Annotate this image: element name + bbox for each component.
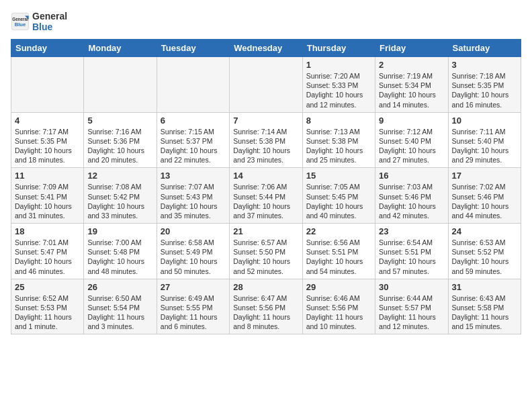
day-cell-28: 28Sunrise: 6:47 AM Sunset: 5:56 PM Dayli… [230, 279, 302, 334]
day-number: 26 [87, 282, 152, 292]
day-cell-16: 16Sunrise: 7:03 AM Sunset: 5:46 PM Dayli… [375, 168, 448, 224]
day-number: 28 [233, 282, 298, 292]
week-row-2: 4Sunrise: 7:17 AM Sunset: 5:35 PM Daylig… [11, 112, 521, 168]
day-number: 24 [452, 226, 517, 236]
logo: General Blue General Blue [11, 11, 67, 32]
day-detail: Sunrise: 6:47 AM Sunset: 5:56 PM Dayligh… [233, 294, 290, 331]
day-cell-3: 3Sunrise: 7:18 AM Sunset: 5:35 PM Daylig… [448, 57, 521, 113]
day-cell-17: 17Sunrise: 7:02 AM Sunset: 5:46 PM Dayli… [448, 168, 521, 224]
day-header-thursday: Thursday [302, 40, 375, 57]
day-number: 29 [306, 282, 371, 292]
day-detail: Sunrise: 7:00 AM Sunset: 5:48 PM Dayligh… [87, 238, 144, 275]
day-cell-20: 20Sunrise: 6:58 AM Sunset: 5:49 PM Dayli… [157, 224, 229, 279]
day-detail: Sunrise: 7:13 AM Sunset: 5:38 PM Dayligh… [306, 128, 363, 165]
day-cell-14: 14Sunrise: 7:06 AM Sunset: 5:44 PM Dayli… [230, 168, 302, 224]
day-number: 27 [161, 282, 226, 292]
day-detail: Sunrise: 7:19 AM Sunset: 5:34 PM Dayligh… [379, 72, 436, 109]
day-cell-1: 1Sunrise: 7:20 AM Sunset: 5:33 PM Daylig… [302, 57, 375, 113]
day-detail: Sunrise: 6:53 AM Sunset: 5:52 PM Dayligh… [452, 238, 509, 275]
day-number: 11 [15, 171, 80, 181]
day-header-wednesday: Wednesday [230, 40, 302, 57]
day-number: 23 [379, 226, 444, 236]
day-number: 12 [87, 171, 152, 181]
day-detail: Sunrise: 7:20 AM Sunset: 5:33 PM Dayligh… [306, 72, 363, 109]
empty-cell [157, 57, 229, 113]
day-number: 2 [379, 60, 444, 70]
logo-icon: General Blue [11, 12, 30, 31]
day-number: 31 [452, 282, 517, 292]
day-detail: Sunrise: 6:50 AM Sunset: 5:54 PM Dayligh… [87, 294, 144, 331]
week-row-1: 1Sunrise: 7:20 AM Sunset: 5:33 PM Daylig… [11, 57, 521, 113]
day-detail: Sunrise: 7:15 AM Sunset: 5:37 PM Dayligh… [161, 128, 218, 165]
day-number: 21 [233, 226, 298, 236]
day-cell-12: 12Sunrise: 7:08 AM Sunset: 5:42 PM Dayli… [84, 168, 157, 224]
day-detail: Sunrise: 6:58 AM Sunset: 5:49 PM Dayligh… [161, 238, 218, 275]
day-cell-27: 27Sunrise: 6:49 AM Sunset: 5:55 PM Dayli… [157, 279, 229, 334]
day-cell-8: 8Sunrise: 7:13 AM Sunset: 5:38 PM Daylig… [302, 112, 375, 168]
day-cell-4: 4Sunrise: 7:17 AM Sunset: 5:35 PM Daylig… [11, 112, 84, 168]
empty-cell [84, 57, 157, 113]
day-number: 4 [15, 116, 80, 126]
day-detail: Sunrise: 6:49 AM Sunset: 5:55 PM Dayligh… [161, 294, 218, 331]
day-header-saturday: Saturday [448, 40, 521, 57]
day-detail: Sunrise: 7:08 AM Sunset: 5:42 PM Dayligh… [87, 183, 144, 220]
svg-text:Blue: Blue [15, 21, 26, 28]
day-cell-25: 25Sunrise: 6:52 AM Sunset: 5:53 PM Dayli… [11, 279, 84, 334]
day-detail: Sunrise: 6:44 AM Sunset: 5:57 PM Dayligh… [379, 294, 436, 331]
day-number: 1 [306, 60, 371, 70]
day-number: 7 [233, 116, 298, 126]
day-detail: Sunrise: 7:02 AM Sunset: 5:46 PM Dayligh… [452, 183, 509, 220]
day-detail: Sunrise: 7:12 AM Sunset: 5:40 PM Dayligh… [379, 128, 436, 165]
day-cell-19: 19Sunrise: 7:00 AM Sunset: 5:48 PM Dayli… [84, 224, 157, 279]
day-detail: Sunrise: 7:17 AM Sunset: 5:35 PM Dayligh… [15, 128, 72, 165]
day-detail: Sunrise: 7:06 AM Sunset: 5:44 PM Dayligh… [233, 183, 290, 220]
day-detail: Sunrise: 7:16 AM Sunset: 5:36 PM Dayligh… [87, 128, 144, 165]
day-number: 13 [161, 171, 226, 181]
day-cell-6: 6Sunrise: 7:15 AM Sunset: 5:37 PM Daylig… [157, 112, 229, 168]
day-cell-15: 15Sunrise: 7:05 AM Sunset: 5:45 PM Dayli… [302, 168, 375, 224]
day-cell-31: 31Sunrise: 6:43 AM Sunset: 5:58 PM Dayli… [448, 279, 521, 334]
week-row-3: 11Sunrise: 7:09 AM Sunset: 5:41 PM Dayli… [11, 168, 521, 224]
day-header-friday: Friday [375, 40, 448, 57]
day-cell-26: 26Sunrise: 6:50 AM Sunset: 5:54 PM Dayli… [84, 279, 157, 334]
day-number: 25 [15, 282, 80, 292]
day-number: 16 [379, 171, 444, 181]
day-cell-22: 22Sunrise: 6:56 AM Sunset: 5:51 PM Dayli… [302, 224, 375, 279]
day-cell-21: 21Sunrise: 6:57 AM Sunset: 5:50 PM Dayli… [230, 224, 302, 279]
day-detail: Sunrise: 7:05 AM Sunset: 5:45 PM Dayligh… [306, 183, 363, 220]
calendar-table: SundayMondayTuesdayWednesdayThursdayFrid… [11, 39, 521, 334]
day-number: 3 [452, 60, 517, 70]
days-header-row: SundayMondayTuesdayWednesdayThursdayFrid… [11, 40, 521, 57]
day-detail: Sunrise: 7:07 AM Sunset: 5:43 PM Dayligh… [161, 183, 218, 220]
logo-general: General [32, 11, 67, 21]
day-cell-11: 11Sunrise: 7:09 AM Sunset: 5:41 PM Dayli… [11, 168, 84, 224]
day-number: 15 [306, 171, 371, 181]
day-detail: Sunrise: 6:46 AM Sunset: 5:56 PM Dayligh… [306, 294, 363, 331]
day-cell-24: 24Sunrise: 6:53 AM Sunset: 5:52 PM Dayli… [448, 224, 521, 279]
day-detail: Sunrise: 7:11 AM Sunset: 5:40 PM Dayligh… [452, 128, 509, 165]
day-number: 6 [161, 116, 226, 126]
day-number: 8 [306, 116, 371, 126]
day-number: 22 [306, 226, 371, 236]
day-number: 19 [87, 226, 152, 236]
day-cell-13: 13Sunrise: 7:07 AM Sunset: 5:43 PM Dayli… [157, 168, 229, 224]
day-cell-10: 10Sunrise: 7:11 AM Sunset: 5:40 PM Dayli… [448, 112, 521, 168]
logo-blue: Blue [32, 21, 67, 32]
day-detail: Sunrise: 7:14 AM Sunset: 5:38 PM Dayligh… [233, 128, 290, 165]
day-detail: Sunrise: 7:18 AM Sunset: 5:35 PM Dayligh… [452, 72, 509, 109]
day-detail: Sunrise: 6:52 AM Sunset: 5:53 PM Dayligh… [15, 294, 72, 331]
page-header: General Blue General Blue [11, 11, 521, 32]
day-cell-7: 7Sunrise: 7:14 AM Sunset: 5:38 PM Daylig… [230, 112, 302, 168]
day-number: 9 [379, 116, 444, 126]
empty-cell [230, 57, 302, 113]
day-number: 10 [452, 116, 517, 126]
day-number: 5 [87, 116, 152, 126]
day-number: 18 [15, 226, 80, 236]
day-number: 30 [379, 282, 444, 292]
day-detail: Sunrise: 7:09 AM Sunset: 5:41 PM Dayligh… [15, 183, 72, 220]
day-detail: Sunrise: 6:43 AM Sunset: 5:58 PM Dayligh… [452, 294, 509, 331]
day-detail: Sunrise: 7:01 AM Sunset: 5:47 PM Dayligh… [15, 238, 72, 275]
day-number: 17 [452, 171, 517, 181]
day-cell-5: 5Sunrise: 7:16 AM Sunset: 5:36 PM Daylig… [84, 112, 157, 168]
day-header-monday: Monday [84, 40, 157, 57]
